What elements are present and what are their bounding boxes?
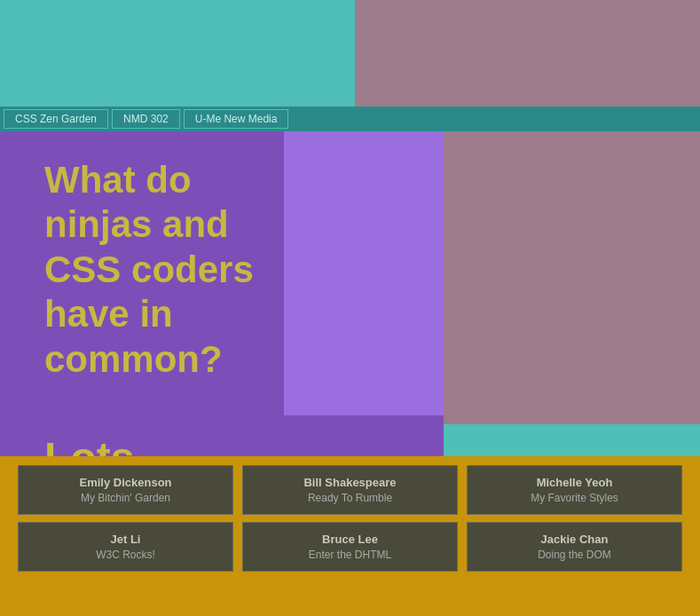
bruce-name: Bruce Lee: [322, 532, 378, 548]
top-section: [0, 0, 700, 107]
jackie-name: Jackie Chan: [541, 532, 609, 548]
heading-line2: ninjas and: [44, 203, 229, 245]
heading-line5: common?: [44, 338, 223, 380]
bottom-overlay: Emily Dickenson My Bitchin' Garden Bill …: [0, 456, 700, 616]
button-row-2: Jet Li W3C Rocks! Bruce Lee Enter the DH…: [18, 522, 682, 572]
heading-line1: What do: [44, 159, 192, 201]
button-emily-dickenson[interactable]: Emily Dickenson My Bitchin' Garden: [18, 465, 233, 515]
top-left-block: [0, 0, 355, 107]
right-mauve-top: [444, 131, 700, 424]
tab-bar: CSS Zen Garden NMD 302 U-Me New Media: [0, 107, 700, 131]
michelle-name: Michelle Yeoh: [537, 475, 613, 491]
tab-ume-new-media[interactable]: U-Me New Media: [184, 109, 289, 129]
button-jet-li[interactable]: Jet Li W3C Rocks!: [18, 522, 233, 572]
jet-subtitle: W3C Rocks!: [96, 548, 155, 563]
main-content: What do ninjas and CSS coders have in co…: [0, 131, 700, 616]
button-jackie-chan[interactable]: Jackie Chan Doing the DOM: [467, 522, 682, 572]
button-bill-shakespeare[interactable]: Bill Shakespeare Ready To Rumble: [242, 465, 458, 515]
button-row-1: Emily Dickenson My Bitchin' Garden Bill …: [18, 465, 682, 515]
emily-name: Emily Dickenson: [79, 475, 171, 491]
emily-subtitle: My Bitchin' Garden: [81, 491, 170, 506]
heading-line3: CSS coders: [44, 249, 254, 290]
jet-name: Jet Li: [111, 532, 141, 548]
bruce-subtitle: Enter the DHTML: [309, 548, 391, 563]
bill-name: Bill Shakespeare: [303, 475, 396, 491]
main-heading: What do ninjas and CSS coders have in co…: [44, 158, 293, 382]
button-michelle-yeoh[interactable]: Michelle Yeoh My Favorite Styles: [467, 465, 682, 515]
heading-line4: have in: [44, 293, 173, 335]
top-right-block: [355, 0, 700, 107]
michelle-subtitle: My Favorite Styles: [531, 491, 618, 506]
bill-subtitle: Ready To Rumble: [308, 491, 392, 506]
tab-nmd302[interactable]: NMD 302: [112, 109, 180, 129]
button-bruce-lee[interactable]: Bruce Lee Enter the DHTML: [242, 522, 458, 572]
tab-css-zen-garden[interactable]: CSS Zen Garden: [4, 109, 108, 129]
jackie-subtitle: Doing the DOM: [538, 548, 611, 563]
inner-purple-column: [284, 131, 444, 415]
